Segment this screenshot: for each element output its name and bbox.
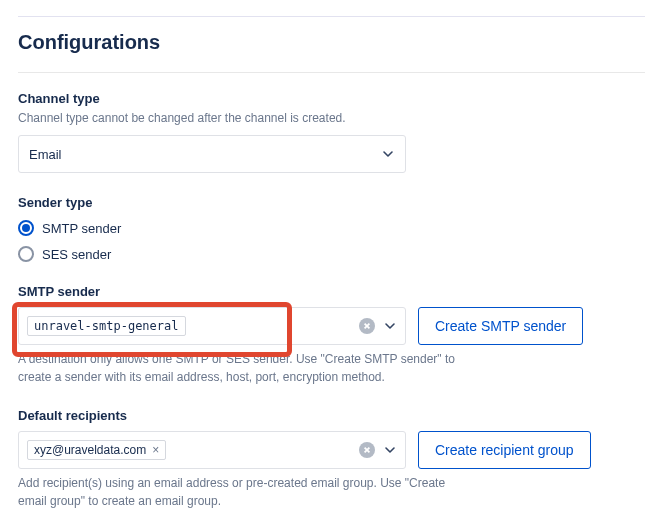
channel-type-label: Channel type (18, 91, 645, 106)
recipient-chip[interactable]: xyz@uraveldata.com × (27, 440, 166, 460)
clear-icon[interactable] (359, 318, 375, 334)
radio-checked-icon (18, 220, 34, 236)
default-recipients-section: Default recipients xyz@uraveldata.com × … (18, 408, 645, 510)
create-recipient-group-button[interactable]: Create recipient group (418, 431, 591, 469)
channel-type-help: Channel type cannot be changed after the… (18, 110, 645, 127)
default-recipients-help: Add recipient(s) using an email address … (18, 475, 458, 510)
top-divider (18, 16, 645, 17)
sender-type-label: Sender type (18, 195, 645, 210)
clear-icon[interactable] (359, 442, 375, 458)
radio-smtp-sender[interactable]: SMTP sender (18, 220, 645, 236)
sender-type-section: Sender type SMTP sender SES sender (18, 195, 645, 262)
smtp-sender-help: A destination only allows one SMTP or SE… (18, 351, 458, 386)
channel-type-value: Email (29, 147, 62, 162)
smtp-sender-section: SMTP sender unravel-smtp-general Create … (18, 284, 645, 386)
channel-type-section: Channel type Channel type cannot be chan… (18, 91, 645, 173)
chip-text: xyz@uraveldata.com (34, 443, 146, 457)
smtp-sender-combo[interactable]: unravel-smtp-general (18, 307, 406, 345)
default-recipients-label: Default recipients (18, 408, 645, 423)
channel-type-select[interactable]: Email (18, 135, 406, 173)
page-title: Configurations (18, 31, 645, 54)
chevron-down-icon (381, 147, 395, 161)
smtp-sender-label: SMTP sender (18, 284, 645, 299)
chip-text: unravel-smtp-general (34, 319, 179, 333)
chevron-down-icon (383, 443, 397, 457)
radio-label: SMTP sender (42, 221, 121, 236)
default-recipients-combo[interactable]: xyz@uraveldata.com × (18, 431, 406, 469)
radio-label: SES sender (42, 247, 111, 262)
radio-ses-sender[interactable]: SES sender (18, 246, 645, 262)
chevron-down-icon (383, 319, 397, 333)
title-divider (18, 72, 645, 73)
smtp-sender-chip[interactable]: unravel-smtp-general (27, 316, 186, 336)
chip-remove-icon[interactable]: × (152, 443, 159, 457)
create-smtp-sender-button[interactable]: Create SMTP sender (418, 307, 583, 345)
radio-unchecked-icon (18, 246, 34, 262)
